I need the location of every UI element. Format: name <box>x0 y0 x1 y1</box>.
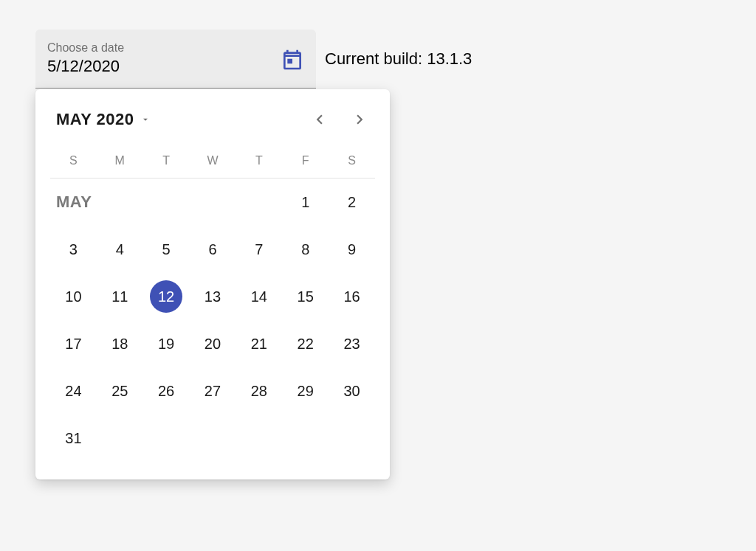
datepicker-popover: MAY 2020 SMTWTFSMAY123456789101112131415… <box>35 89 390 479</box>
day-cell[interactable]: 3 <box>50 226 97 273</box>
day-cell[interactable]: 9 <box>329 226 375 273</box>
day-cell[interactable]: 10 <box>50 273 97 320</box>
next-month-button[interactable] <box>350 110 369 129</box>
empty-cell <box>236 179 282 226</box>
day-cell[interactable]: 25 <box>97 367 143 415</box>
day-cell[interactable]: 8 <box>282 226 329 273</box>
day-cell[interactable]: 6 <box>190 226 236 273</box>
day-cell[interactable]: 27 <box>190 367 236 415</box>
calendar-grid: SMTWTFSMAY123456789101112131415161718192… <box>50 147 375 462</box>
chevron-down-icon <box>140 114 151 125</box>
day-cell[interactable]: 13 <box>190 273 236 320</box>
day-cell[interactable]: 15 <box>282 273 329 320</box>
day-cell[interactable]: 1 <box>282 179 329 226</box>
day-cell[interactable]: 14 <box>236 273 282 320</box>
empty-cell <box>190 179 236 226</box>
weekday-header: S <box>50 147 97 179</box>
weekday-header: T <box>236 147 282 179</box>
day-cell[interactable]: 12 <box>143 273 190 320</box>
weekday-header: T <box>143 147 190 179</box>
day-cell[interactable]: 11 <box>97 273 143 320</box>
date-field-label: Choose a date <box>47 42 124 54</box>
calendar-icon <box>281 48 304 72</box>
prev-month-button[interactable] <box>310 110 329 129</box>
calendar-toggle-button[interactable] <box>281 48 304 72</box>
build-text: Current build: 13.1.3 <box>325 30 472 89</box>
day-cell[interactable]: 17 <box>50 320 97 367</box>
chevron-right-icon <box>350 110 369 129</box>
day-cell[interactable]: 24 <box>50 367 97 415</box>
date-input-field[interactable]: Choose a date 5/12/2020 <box>35 30 316 89</box>
day-cell[interactable]: 7 <box>236 226 282 273</box>
day-cell[interactable]: 28 <box>236 367 282 415</box>
day-cell[interactable]: 26 <box>143 367 190 415</box>
day-cell[interactable]: 2 <box>329 179 375 226</box>
day-cell[interactable]: 19 <box>143 320 190 367</box>
month-year-label: MAY 2020 <box>56 110 134 129</box>
day-cell[interactable]: 31 <box>50 415 97 462</box>
weekday-header: S <box>329 147 375 179</box>
day-cell[interactable]: 18 <box>97 320 143 367</box>
day-cell[interactable]: 23 <box>329 320 375 367</box>
build-label: Current build: <box>325 49 427 68</box>
day-cell[interactable]: 5 <box>143 226 190 273</box>
weekday-header: W <box>190 147 236 179</box>
weekday-header: F <box>282 147 329 179</box>
month-year-button[interactable]: MAY 2020 <box>56 110 151 129</box>
day-cell[interactable]: 22 <box>282 320 329 367</box>
date-field-value: 5/12/2020 <box>47 57 124 76</box>
day-cell[interactable]: 16 <box>329 273 375 320</box>
day-cell[interactable]: 30 <box>329 367 375 415</box>
chevron-left-icon <box>310 110 329 129</box>
inline-month-label: MAY <box>50 179 190 226</box>
day-cell[interactable]: 4 <box>97 226 143 273</box>
weekday-header: M <box>97 147 143 179</box>
build-version: 13.1.3 <box>427 49 472 68</box>
day-cell[interactable]: 29 <box>282 367 329 415</box>
day-cell[interactable]: 20 <box>190 320 236 367</box>
day-cell[interactable]: 21 <box>236 320 282 367</box>
